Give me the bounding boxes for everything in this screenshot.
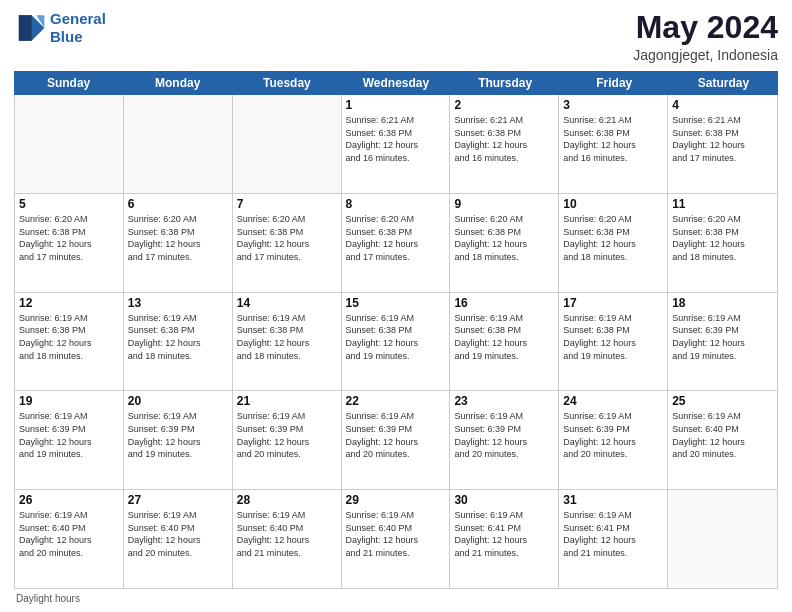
- day-info: Sunrise: 6:21 AM Sunset: 6:38 PM Dayligh…: [454, 114, 554, 164]
- day-number: 17: [563, 296, 663, 310]
- day-info: Sunrise: 6:19 AM Sunset: 6:38 PM Dayligh…: [563, 312, 663, 362]
- calendar-cell: 31Sunrise: 6:19 AM Sunset: 6:41 PM Dayli…: [559, 490, 668, 588]
- calendar-cell: 30Sunrise: 6:19 AM Sunset: 6:41 PM Dayli…: [450, 490, 559, 588]
- day-number: 21: [237, 394, 337, 408]
- calendar-cell: 18Sunrise: 6:19 AM Sunset: 6:39 PM Dayli…: [668, 293, 777, 391]
- day-info: Sunrise: 6:19 AM Sunset: 6:40 PM Dayligh…: [128, 509, 228, 559]
- title-block: May 2024 Jagongjeget, Indonesia: [633, 10, 778, 63]
- header-wednesday: Wednesday: [341, 71, 450, 95]
- day-number: 26: [19, 493, 119, 507]
- month-title: May 2024: [633, 10, 778, 45]
- day-number: 14: [237, 296, 337, 310]
- day-number: 25: [672, 394, 773, 408]
- day-info: Sunrise: 6:20 AM Sunset: 6:38 PM Dayligh…: [128, 213, 228, 263]
- day-number: 20: [128, 394, 228, 408]
- day-number: 18: [672, 296, 773, 310]
- day-number: 4: [672, 98, 773, 112]
- day-number: 28: [237, 493, 337, 507]
- day-info: Sunrise: 6:19 AM Sunset: 6:39 PM Dayligh…: [128, 410, 228, 460]
- logo: General Blue: [14, 10, 106, 46]
- day-info: Sunrise: 6:21 AM Sunset: 6:38 PM Dayligh…: [672, 114, 773, 164]
- calendar-row-2: 5Sunrise: 6:20 AM Sunset: 6:38 PM Daylig…: [15, 194, 777, 293]
- day-info: Sunrise: 6:20 AM Sunset: 6:38 PM Dayligh…: [672, 213, 773, 263]
- calendar-cell: 17Sunrise: 6:19 AM Sunset: 6:38 PM Dayli…: [559, 293, 668, 391]
- calendar-cell: 14Sunrise: 6:19 AM Sunset: 6:38 PM Dayli…: [233, 293, 342, 391]
- day-number: 29: [346, 493, 446, 507]
- day-number: 23: [454, 394, 554, 408]
- svg-rect-2: [19, 15, 32, 41]
- location: Jagongjeget, Indonesia: [633, 47, 778, 63]
- calendar-cell: 7Sunrise: 6:20 AM Sunset: 6:38 PM Daylig…: [233, 194, 342, 292]
- calendar-cell: 2Sunrise: 6:21 AM Sunset: 6:38 PM Daylig…: [450, 95, 559, 193]
- header-thursday: Thursday: [451, 71, 560, 95]
- day-info: Sunrise: 6:19 AM Sunset: 6:39 PM Dayligh…: [454, 410, 554, 460]
- calendar-cell: 8Sunrise: 6:20 AM Sunset: 6:38 PM Daylig…: [342, 194, 451, 292]
- day-number: 6: [128, 197, 228, 211]
- logo-icon: [14, 12, 46, 44]
- calendar-cell: 23Sunrise: 6:19 AM Sunset: 6:39 PM Dayli…: [450, 391, 559, 489]
- day-info: Sunrise: 6:20 AM Sunset: 6:38 PM Dayligh…: [563, 213, 663, 263]
- calendar-row-5: 26Sunrise: 6:19 AM Sunset: 6:40 PM Dayli…: [15, 490, 777, 588]
- day-info: Sunrise: 6:19 AM Sunset: 6:39 PM Dayligh…: [237, 410, 337, 460]
- calendar-cell: [668, 490, 777, 588]
- day-number: 9: [454, 197, 554, 211]
- logo-blue: Blue: [50, 28, 83, 45]
- day-info: Sunrise: 6:19 AM Sunset: 6:40 PM Dayligh…: [346, 509, 446, 559]
- header-tuesday: Tuesday: [232, 71, 341, 95]
- day-number: 15: [346, 296, 446, 310]
- day-number: 22: [346, 394, 446, 408]
- logo-general: General: [50, 10, 106, 27]
- day-info: Sunrise: 6:19 AM Sunset: 6:38 PM Dayligh…: [346, 312, 446, 362]
- calendar-cell: [15, 95, 124, 193]
- day-info: Sunrise: 6:20 AM Sunset: 6:38 PM Dayligh…: [454, 213, 554, 263]
- day-number: 27: [128, 493, 228, 507]
- calendar-cell: 10Sunrise: 6:20 AM Sunset: 6:38 PM Dayli…: [559, 194, 668, 292]
- day-info: Sunrise: 6:21 AM Sunset: 6:38 PM Dayligh…: [346, 114, 446, 164]
- day-number: 11: [672, 197, 773, 211]
- header: General Blue May 2024 Jagongjeget, Indon…: [14, 10, 778, 63]
- day-info: Sunrise: 6:21 AM Sunset: 6:38 PM Dayligh…: [563, 114, 663, 164]
- calendar-row-3: 12Sunrise: 6:19 AM Sunset: 6:38 PM Dayli…: [15, 293, 777, 392]
- day-number: 2: [454, 98, 554, 112]
- calendar-cell: 16Sunrise: 6:19 AM Sunset: 6:38 PM Dayli…: [450, 293, 559, 391]
- day-info: Sunrise: 6:19 AM Sunset: 6:39 PM Dayligh…: [19, 410, 119, 460]
- calendar-row-1: 1Sunrise: 6:21 AM Sunset: 6:38 PM Daylig…: [15, 95, 777, 194]
- calendar-row-4: 19Sunrise: 6:19 AM Sunset: 6:39 PM Dayli…: [15, 391, 777, 490]
- day-info: Sunrise: 6:19 AM Sunset: 6:39 PM Dayligh…: [672, 312, 773, 362]
- calendar-cell: 13Sunrise: 6:19 AM Sunset: 6:38 PM Dayli…: [124, 293, 233, 391]
- logo-text: General Blue: [50, 10, 106, 46]
- day-info: Sunrise: 6:19 AM Sunset: 6:41 PM Dayligh…: [563, 509, 663, 559]
- calendar-cell: 26Sunrise: 6:19 AM Sunset: 6:40 PM Dayli…: [15, 490, 124, 588]
- day-number: 3: [563, 98, 663, 112]
- day-info: Sunrise: 6:20 AM Sunset: 6:38 PM Dayligh…: [237, 213, 337, 263]
- day-number: 31: [563, 493, 663, 507]
- calendar-header: Sunday Monday Tuesday Wednesday Thursday…: [14, 71, 778, 95]
- day-number: 1: [346, 98, 446, 112]
- calendar-cell: 25Sunrise: 6:19 AM Sunset: 6:40 PM Dayli…: [668, 391, 777, 489]
- calendar-cell: 24Sunrise: 6:19 AM Sunset: 6:39 PM Dayli…: [559, 391, 668, 489]
- day-info: Sunrise: 6:19 AM Sunset: 6:38 PM Dayligh…: [454, 312, 554, 362]
- day-number: 10: [563, 197, 663, 211]
- calendar-cell: 27Sunrise: 6:19 AM Sunset: 6:40 PM Dayli…: [124, 490, 233, 588]
- calendar-cell: 15Sunrise: 6:19 AM Sunset: 6:38 PM Dayli…: [342, 293, 451, 391]
- day-number: 30: [454, 493, 554, 507]
- day-info: Sunrise: 6:20 AM Sunset: 6:38 PM Dayligh…: [19, 213, 119, 263]
- calendar-cell: 4Sunrise: 6:21 AM Sunset: 6:38 PM Daylig…: [668, 95, 777, 193]
- day-info: Sunrise: 6:19 AM Sunset: 6:38 PM Dayligh…: [237, 312, 337, 362]
- calendar-cell: 9Sunrise: 6:20 AM Sunset: 6:38 PM Daylig…: [450, 194, 559, 292]
- day-number: 7: [237, 197, 337, 211]
- day-number: 16: [454, 296, 554, 310]
- day-info: Sunrise: 6:19 AM Sunset: 6:40 PM Dayligh…: [672, 410, 773, 460]
- calendar-cell: 20Sunrise: 6:19 AM Sunset: 6:39 PM Dayli…: [124, 391, 233, 489]
- day-number: 19: [19, 394, 119, 408]
- day-number: 12: [19, 296, 119, 310]
- day-number: 13: [128, 296, 228, 310]
- day-info: Sunrise: 6:19 AM Sunset: 6:38 PM Dayligh…: [128, 312, 228, 362]
- day-number: 5: [19, 197, 119, 211]
- calendar-cell: 29Sunrise: 6:19 AM Sunset: 6:40 PM Dayli…: [342, 490, 451, 588]
- calendar-cell: 1Sunrise: 6:21 AM Sunset: 6:38 PM Daylig…: [342, 95, 451, 193]
- day-info: Sunrise: 6:19 AM Sunset: 6:39 PM Dayligh…: [563, 410, 663, 460]
- day-info: Sunrise: 6:20 AM Sunset: 6:38 PM Dayligh…: [346, 213, 446, 263]
- calendar-cell: 11Sunrise: 6:20 AM Sunset: 6:38 PM Dayli…: [668, 194, 777, 292]
- header-monday: Monday: [123, 71, 232, 95]
